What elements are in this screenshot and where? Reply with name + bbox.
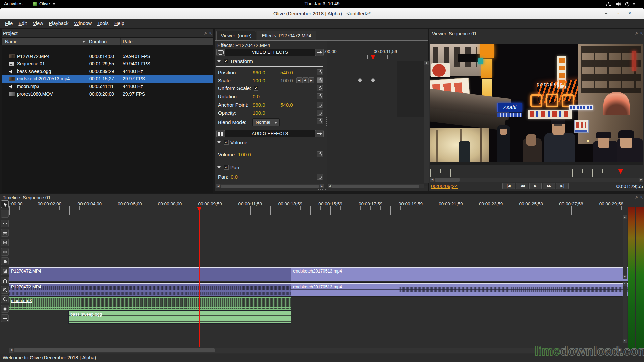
project-row-endsketch20170513.mp4[interactable]: endsketch20170513.mp400:01:15;2729.97 FP… (2, 75, 213, 83)
viewer-close-icon[interactable]: ✕ (640, 32, 643, 35)
pan-keyframe-toggle[interactable] (317, 174, 323, 180)
project-row-Sequence 01[interactable]: Sequence 0100:01:29;5559.9401 FPS (2, 60, 213, 68)
scale-x-value[interactable]: 100.0 (253, 78, 265, 83)
menu-help[interactable]: Help (114, 21, 124, 26)
opacity-value[interactable]: 100.0 (253, 110, 265, 116)
tab-effects[interactable]: Effects: P1270472.MP4 (257, 31, 316, 40)
pan-checkbox[interactable]: ✓ (224, 165, 229, 170)
add-audio-effect-icon[interactable] (315, 130, 324, 137)
timeline-clip-video-endsketch[interactable]: endsketch20170513.mp4 (291, 267, 631, 281)
timeline-playhead-marker[interactable] (197, 207, 202, 212)
project-row-P1270472.MP4[interactable]: P1270472.MP400:00:14;0059.9401 FPS (2, 53, 213, 60)
effects-splitter-handle[interactable] (326, 117, 327, 126)
column-duration[interactable]: Duration (89, 39, 107, 44)
volume-keyframe-toggle[interactable] (317, 151, 323, 157)
keyframe-h-scrollbar[interactable]: ◀ (328, 184, 424, 188)
network-icon[interactable] (606, 1, 611, 7)
column-rate[interactable]: Rate (123, 39, 133, 44)
column-name[interactable]: Name (5, 39, 17, 44)
viewer-h-scrollbar[interactable]: ◀ ▶ (430, 178, 643, 182)
effects-h-scrollbar[interactable]: ◀▶ (216, 184, 324, 188)
volume-value[interactable]: 100.0 (238, 152, 251, 157)
timeline-clip-video-p1270472[interactable]: P1270472.MP4 (9, 267, 291, 281)
rotation-value[interactable]: 0.0 (253, 94, 260, 99)
project-float-icon[interactable]: ⧉ (204, 32, 207, 35)
volume-icon[interactable] (616, 1, 621, 7)
timeline-clip-bass[interactable]: bass sweep.ogg (69, 311, 291, 323)
transform-checkbox[interactable]: ✓ (224, 59, 228, 63)
anchor-x-value[interactable]: 960.0 (253, 102, 265, 108)
add-video-effect-icon[interactable] (315, 49, 324, 56)
menu-file[interactable]: File (5, 21, 13, 26)
blend-mode-dropdown[interactable]: Normal (252, 118, 280, 126)
viewer-video-frame[interactable]: Asahi DOTONBORI (430, 44, 643, 165)
position-keyframe-toggle[interactable] (317, 69, 323, 75)
timeline-close-icon[interactable]: ✕ (640, 196, 643, 199)
timeline-clip-audio-p1270472[interactable]: P1270472.MP4 (9, 283, 291, 296)
maximize-button[interactable]: ▫ (615, 11, 621, 17)
power-icon[interactable] (625, 1, 630, 7)
viewer-current-time[interactable]: 00:00:09;24 (431, 183, 458, 189)
ripple-tool[interactable] (1, 220, 9, 227)
transition-tool[interactable] (1, 267, 9, 275)
play-button[interactable]: ▶ (529, 183, 542, 189)
timeline-clip-audio-endsketch[interactable]: endsketch20170513.mp4 (291, 283, 631, 296)
pan-value[interactable]: 0.0 (231, 174, 238, 180)
minimize-button[interactable]: – (603, 11, 609, 17)
timeline-float-icon[interactable]: ⧉ (635, 196, 638, 199)
razor-tool[interactable] (1, 229, 9, 237)
keyframe-add-button[interactable]: ◆ (302, 77, 308, 83)
snapping-tool[interactable] (1, 277, 9, 284)
record-tool[interactable] (1, 305, 9, 313)
transform-collapse-icon[interactable] (217, 60, 221, 62)
project-row-bass sweep.ogg[interactable]: bass sweep.ogg00:00:39:2944100 Hz (2, 68, 213, 75)
rewind-button[interactable]: ◀◀ (516, 183, 528, 189)
rotation-keyframe-toggle[interactable] (317, 93, 323, 99)
pointer-tool[interactable] (1, 200, 9, 208)
opacity-keyframe-toggle[interactable] (317, 110, 323, 116)
audio-effects-icon[interactable] (216, 130, 225, 137)
blend-keyframe-toggle[interactable] (317, 118, 323, 124)
edit-tool[interactable] (1, 210, 9, 218)
go-to-start-button[interactable]: |◀ (502, 183, 515, 189)
project-row-prores1080.MOV[interactable]: prores1080.MOV00:00:20;0029.97 FPS (2, 90, 213, 98)
keyframe-diamond[interactable] (358, 78, 362, 83)
menu-window[interactable]: Window (74, 21, 92, 26)
timeline-clip-moon[interactable]: moon.mp3 (9, 297, 291, 310)
anchor-y-value[interactable]: 540.0 (280, 102, 293, 108)
uniform-scale-keyframe-toggle[interactable] (317, 85, 323, 91)
volume-section-title[interactable]: Volume (230, 140, 247, 145)
viewer-ruler-major-ticks[interactable] (430, 169, 643, 177)
close-button[interactable]: ✕ (627, 11, 633, 17)
clock[interactable]: Thu Jan 3, 10:49 (0, 1, 644, 6)
scale-keyframe-toggle[interactable] (317, 77, 323, 83)
slip-tool[interactable] (1, 239, 9, 246)
volume-collapse-icon[interactable] (217, 141, 221, 143)
position-x-value[interactable]: 960.0 (253, 70, 265, 75)
hand-tool[interactable] (1, 257, 9, 265)
volume-checkbox[interactable]: ✓ (224, 140, 229, 145)
viewer-float-icon[interactable]: ⧉ (635, 32, 638, 35)
keyframe-next-button[interactable]: ▶ (308, 77, 314, 83)
go-to-end-button[interactable]: ▶| (556, 183, 569, 189)
scale-y-value[interactable]: 100.0 (280, 78, 293, 83)
zoom-in-tool[interactable] (1, 286, 9, 294)
project-close-icon[interactable]: ✕ (209, 32, 212, 35)
zoom-out-tool[interactable] (1, 295, 9, 303)
fast-forward-button[interactable]: ▶▶ (543, 183, 555, 189)
transform-section-title[interactable]: Transform (230, 58, 253, 64)
audio-tracks-scrollbar[interactable]: ▲▼ (623, 282, 627, 343)
system-menu-chevron-icon[interactable] (633, 3, 635, 5)
project-row-moon.mp3[interactable]: moon.mp300:05:41:1144100 Hz (2, 83, 213, 90)
menu-view[interactable]: View (33, 21, 43, 26)
effects-corner-handle[interactable] (318, 189, 326, 190)
video-effects-icon[interactable] (216, 49, 225, 56)
keyframe-v-scrollbar[interactable]: ▲ (424, 61, 429, 183)
anchor-keyframe-toggle[interactable] (317, 102, 323, 108)
slide-tool[interactable] (1, 248, 9, 256)
viewer-playhead-marker[interactable] (618, 169, 623, 174)
menu-playback[interactable]: Playback (49, 21, 69, 26)
project-table-header[interactable]: Name Duration Rate (2, 38, 213, 45)
uniform-scale-checkbox[interactable]: ✓ (254, 86, 258, 90)
menu-tools[interactable]: Tools (97, 21, 109, 26)
